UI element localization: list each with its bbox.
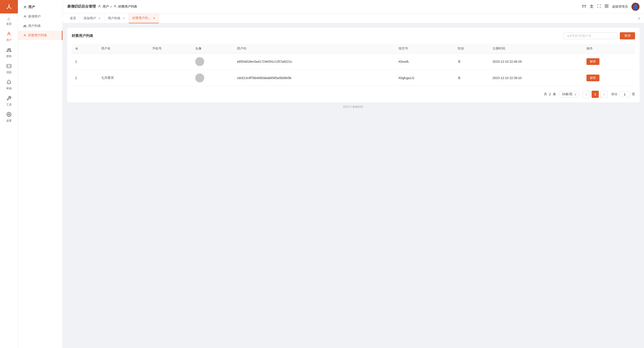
breadcrumb-user: 用户 [102,5,109,9]
sidebar-label-report: 举报 [6,87,12,90]
breadcrumb-current: 封禁用户列表 [118,5,137,9]
avatar-text: 👤 [633,4,638,9]
sidebar-item-report[interactable]: 举报 [0,77,18,93]
submenu-banned-list[interactable]: 封禁用户列表 [18,31,62,40]
svg-point-5 [7,66,8,66]
tab-home[interactable]: 首页 [66,14,80,23]
next-page-button[interactable]: › [600,91,608,98]
font-size-icon[interactable]: TT [582,5,586,9]
fullscreen-icon[interactable] [597,4,601,9]
settings-gear-icon[interactable]: ⚙ [75,47,78,50]
table-row: 2 七月星河 cdc613c9f7bb4060abab6585a5b08e5b … [72,70,635,86]
home-icon: ⌂ [8,16,10,21]
col-username: 用户名 [98,44,149,54]
footer: 2023 © 唐僧叨叨. [67,102,640,112]
row1-regtime: 2023-12-10 22:46:29 [489,54,583,70]
sidebar: 人 ⌂ 首页 用户 群组 消息 举报 工具 设置 [0,0,18,348]
svg-point-0 [8,32,10,34]
svg-point-6 [10,66,11,66]
tab-add-user-label: 添加用户 [84,16,96,20]
tab-user-list[interactable]: 用户列表 ✕ [104,14,129,23]
tab-banned-list-close[interactable]: ✕ [153,16,155,20]
sidebar-label-group: 群组 [6,54,12,58]
content-area: 封禁用户列表 查询 ⚙ 用户名 手机号 [63,23,644,348]
page-unit: 页 [632,92,635,96]
sidebar-item-user[interactable]: 用户 [0,29,18,45]
page-title: 封禁用户列表 [72,34,93,38]
row1-avatar [192,54,233,70]
goto-label: 前往 [611,92,618,96]
page-size-select[interactable]: 15条/页 ∨ [560,91,579,98]
submenu-add-user[interactable]: 新增用户 [18,12,62,21]
tab-user-list-label: 用户列表 [108,16,120,20]
row1-action: 解禁 [583,54,635,70]
table-header-row: ⚙ 用户名 手机号 头像 用户ID 悟空号 性别 注册时间 操作 [72,44,635,54]
unban-button-2[interactable]: 解禁 [586,74,600,81]
sidebar-item-group[interactable]: 群组 [0,45,18,61]
header-right: TT 文 超级管理员 👤 [582,3,640,11]
logo-icon: 人 [6,3,12,10]
svg-point-3 [9,66,9,66]
svg-point-13 [24,25,25,26]
svg-rect-20 [605,6,606,8]
banned-users-table: ⚙ 用户名 手机号 头像 用户ID 悟空号 性别 注册时间 操作 [72,44,635,86]
tab-user-list-close[interactable]: ✕ [123,17,125,20]
sidebar-item-tools[interactable]: 工具 [0,93,18,109]
tab-banned-list-label: 封禁用户列... [132,16,151,20]
row2-wukong: KbgluguLG [395,70,454,86]
row2-gender: 女 [454,70,489,86]
user-avatar-2 [195,74,204,82]
translate-icon[interactable]: 文 [590,4,594,9]
tab-banned-list[interactable]: 封禁用户列... ✕ [129,14,159,23]
settings-icon [6,112,12,118]
col-phone: 手机号 [149,44,192,54]
user-avatar-1 [195,57,204,66]
layout-icon[interactable] [604,4,608,9]
row2-action: 解禁 [583,70,635,86]
row1-wukong: KbosdL [395,54,454,70]
breadcrumb-banned-icon [113,4,117,9]
tab-home-label: 首页 [70,16,76,20]
sidebar-item-message[interactable]: 消息 [0,61,18,77]
breadcrumb-user-icon [98,4,101,9]
group-icon [6,48,12,54]
submenu-user-list[interactable]: 用户列表 [18,21,62,31]
tab-add-user-close[interactable]: ✕ [98,17,100,20]
pagination: 共 2 条 15条/页 ∨ ‹ 1 › 前往 页 [72,91,635,98]
svg-point-10 [24,16,26,16]
svg-rect-19 [607,4,608,6]
col-regtime: 注册时间 [489,44,583,54]
goto-page-input[interactable] [619,92,630,97]
sidebar-label-home: 首页 [6,22,12,26]
report-icon [6,80,12,86]
svg-point-16 [99,5,100,6]
breadcrumb-sep: > [110,5,112,8]
total-prefix: 共 [544,92,547,96]
table-wrapper: ⚙ 用户名 手机号 头像 用户ID 悟空号 性别 注册时间 操作 [72,44,635,86]
prev-page-button[interactable]: ‹ [583,91,590,98]
admin-name: 超级管理员 [612,5,628,9]
row1-phone [149,54,192,70]
main-content: 唐僧叨叨后台管理 用户 > 封禁用户列表 TT 文 超级管理 [63,0,644,348]
tab-expand-icon[interactable]: ∨ [638,16,640,20]
row2-userid: cdc613c9f7bb4060abab6585a5b08e5b [233,70,395,86]
col-avatar: 头像 [192,44,233,54]
sidebar-item-home[interactable]: ⌂ 首页 [0,14,18,29]
svg-point-2 [9,48,10,50]
unban-button-1[interactable]: 解禁 [586,58,600,65]
row2-username: 七月星河 [98,70,149,86]
total-count: 2 [549,92,551,96]
current-page-number[interactable]: 1 [592,91,599,98]
sidebar-item-settings[interactable]: 设置 [0,109,18,126]
row2-avatar [192,70,233,86]
page-size-label: 15条/页 [562,92,572,96]
svg-rect-21 [607,6,608,8]
col-action: 操作 [583,44,635,54]
search-button[interactable]: 查询 [620,32,635,40]
tab-add-user[interactable]: 添加用户 ✕ [80,14,104,23]
row2-phone [149,70,192,86]
col-userid: 用户ID [233,44,395,54]
row1-username [98,54,149,70]
search-row: 查询 [564,32,635,40]
search-input[interactable] [564,32,618,39]
